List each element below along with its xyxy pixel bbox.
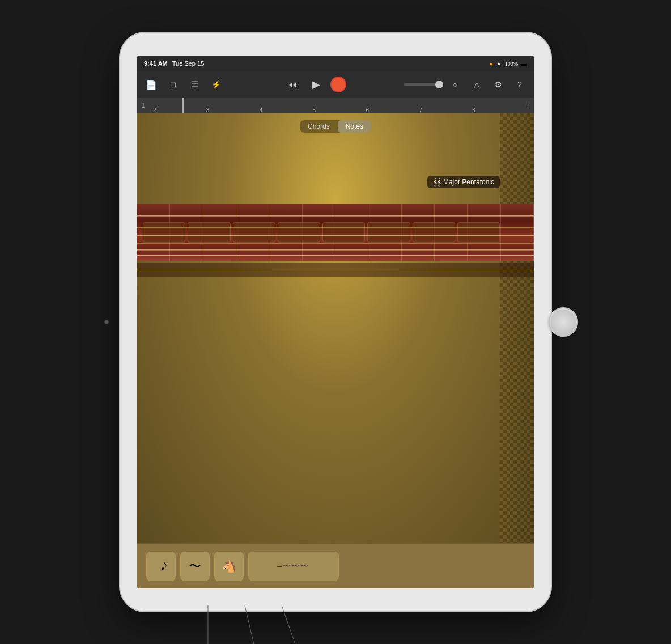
mixer-icon: ⚡ bbox=[211, 80, 221, 89]
status-date: Tue Sep 15 bbox=[172, 60, 204, 67]
settings-icon: ⚙ bbox=[495, 80, 502, 89]
ruler-mark-7: 7 bbox=[419, 107, 472, 113]
view-toggle-button[interactable]: ⊡ bbox=[163, 75, 182, 94]
master-volume-icon[interactable]: ○ bbox=[445, 75, 465, 94]
annotation-lines bbox=[120, 605, 551, 644]
sustain-slider[interactable]: —〜〜〜 bbox=[248, 552, 339, 581]
play-icon: ▶ bbox=[312, 78, 320, 91]
whammy-icon: 🐴 bbox=[222, 560, 236, 573]
ipad-screen: 9:41 AM Tue Sep 15 ● ▲ 100% ▬ 📄 ⊡ ☰ ⚡ bbox=[137, 56, 534, 588]
fret-12 bbox=[501, 204, 534, 261]
main-content[interactable]: Chords Notes 𝄞𝄞 Major Pentatonic bbox=[137, 113, 534, 543]
guitar-string-1 bbox=[137, 215, 534, 217]
note-pad-5[interactable] bbox=[322, 222, 365, 243]
scale-name: Major Pentatonic bbox=[443, 178, 494, 186]
timeline-ruler: 1 2 3 4 5 6 7 8 + bbox=[137, 98, 534, 113]
battery-percent: 100% bbox=[505, 61, 518, 67]
note-pad-8[interactable] bbox=[457, 222, 500, 243]
rewind-icon: ⏮ bbox=[287, 79, 298, 91]
guitar-string-2 bbox=[137, 227, 534, 228]
ruler-mark-3: 3 bbox=[206, 107, 260, 113]
whammy-button[interactable]: 🐴 bbox=[214, 552, 244, 581]
vibrato-button[interactable]: 〜 bbox=[180, 552, 210, 581]
note-pad-1[interactable] bbox=[143, 222, 185, 243]
volume-knob bbox=[435, 80, 443, 88]
chords-notes-toggle: Chords Notes bbox=[300, 120, 371, 133]
battery-icon: ▬ bbox=[521, 61, 527, 67]
note-pad-3[interactable] bbox=[233, 222, 275, 243]
new-song-icon: 📄 bbox=[146, 79, 157, 90]
status-bar: 9:41 AM Tue Sep 15 ● ▲ 100% ▬ bbox=[137, 56, 534, 71]
guitar-string-5 bbox=[137, 249, 534, 251]
track-list-button[interactable]: ☰ bbox=[185, 75, 204, 94]
camera-dot bbox=[104, 320, 109, 324]
play-button[interactable]: ▶ bbox=[307, 75, 326, 94]
toolbar: 📄 ⊡ ☰ ⚡ ⏮ ▶ bbox=[137, 71, 534, 98]
bottom-controls: 𝅘𝅥𝅮 〜 🐴 —〜〜〜 bbox=[137, 543, 534, 588]
status-right: ● ▲ 100% ▬ bbox=[490, 61, 527, 67]
playhead bbox=[182, 98, 184, 113]
note-pad-6[interactable] bbox=[367, 222, 410, 243]
transport-controls: ⏮ ▶ bbox=[283, 75, 346, 94]
status-time: 9:41 AM bbox=[144, 60, 168, 67]
battery-dot-icon: ● bbox=[490, 61, 493, 67]
bottom-string-area bbox=[137, 263, 534, 277]
svg-line-2 bbox=[282, 605, 341, 644]
new-song-button[interactable]: 📄 bbox=[142, 75, 161, 94]
wifi-icon: ▲ bbox=[496, 61, 502, 66]
help-button[interactable]: ? bbox=[510, 75, 529, 94]
view-toggle-icon: ⊡ bbox=[170, 80, 176, 89]
record-button[interactable] bbox=[330, 77, 346, 92]
guitar-body bbox=[500, 113, 534, 543]
arpeggio-button[interactable]: 𝅘𝅥𝅮 bbox=[146, 552, 176, 581]
guitar-string-3 bbox=[137, 235, 534, 236]
ruler-mark-4: 4 bbox=[260, 107, 313, 113]
guitar-string-6 bbox=[137, 255, 534, 256]
notes-button[interactable]: Notes bbox=[338, 120, 371, 133]
note-pad-2[interactable] bbox=[188, 222, 230, 243]
track-list-icon: ☰ bbox=[191, 79, 198, 90]
ruler-mark-2: 2 bbox=[153, 107, 206, 113]
scale-label[interactable]: 𝄞𝄞 Major Pentatonic bbox=[427, 176, 500, 188]
settings-button[interactable]: ⚙ bbox=[489, 75, 508, 94]
home-button[interactable] bbox=[549, 307, 578, 337]
ruler-marks: 2 3 4 5 6 7 8 bbox=[153, 98, 525, 113]
bottom-string bbox=[137, 270, 534, 270]
mixer-button[interactable]: ⚡ bbox=[206, 75, 226, 94]
ruler-mark-6: 6 bbox=[366, 107, 419, 113]
vibrato-icon: 〜 bbox=[189, 558, 201, 575]
ruler-mark-8: 8 bbox=[472, 107, 525, 113]
ipad-device: 9:41 AM Tue Sep 15 ● ▲ 100% ▬ 📄 ⊡ ☰ ⚡ bbox=[120, 33, 551, 611]
guitar-neck[interactable] bbox=[137, 204, 534, 261]
ruler-mark-5: 5 bbox=[313, 107, 366, 113]
note-pad-4[interactable] bbox=[278, 222, 320, 243]
metronome-icon: △ bbox=[474, 80, 480, 89]
add-track-button[interactable]: + bbox=[525, 100, 534, 111]
music-note-icon: 𝄞𝄞 bbox=[433, 178, 441, 186]
circle-icon: ○ bbox=[453, 80, 457, 89]
note-pad-7[interactable] bbox=[413, 222, 455, 243]
guitar-body-texture bbox=[500, 113, 534, 543]
chords-button[interactable]: Chords bbox=[300, 120, 338, 133]
volume-slider[interactable] bbox=[404, 83, 443, 86]
toolbar-right: ○ △ ⚙ ? bbox=[404, 75, 529, 94]
svg-line-1 bbox=[245, 605, 284, 644]
metronome-button[interactable]: △ bbox=[467, 75, 486, 94]
sustain-icon: —〜〜〜 bbox=[277, 561, 310, 571]
guitar-string-4 bbox=[137, 243, 534, 244]
help-icon: ? bbox=[517, 80, 522, 89]
rewind-button[interactable]: ⏮ bbox=[283, 75, 302, 94]
